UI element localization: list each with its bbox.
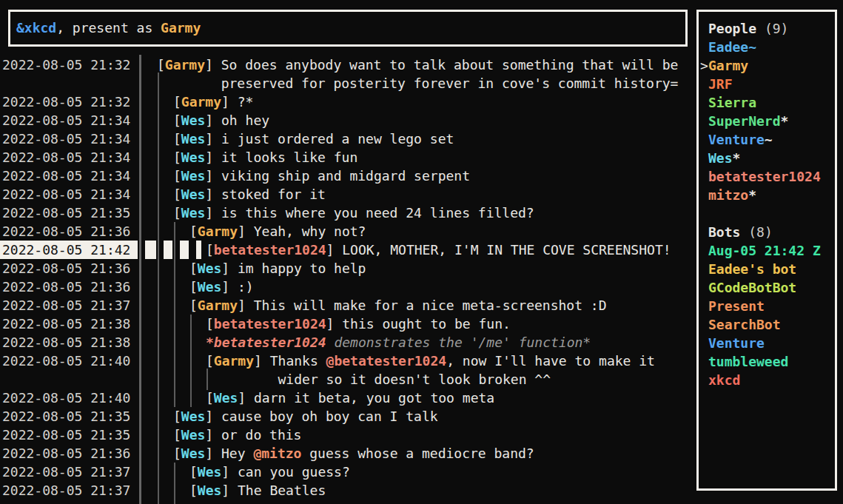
- message-text: [betatester1024] this ought to be fun.: [206, 315, 511, 333]
- message-text: wider so it doesn't look broken ^^: [206, 370, 551, 389]
- member-name: Eadee's bot: [708, 261, 796, 277]
- message-text: [Wes] darn it beta, you got too meta: [206, 389, 494, 407]
- bot-eadee-s-bot[interactable]: Eadee's bot: [699, 260, 835, 278]
- sidebar-section-gap: [699, 204, 835, 223]
- chat-message-row[interactable]: preserved for posterity forever in cove'…: [0, 74, 692, 93]
- chat-message-row[interactable]: 2022-08-05 21:38*betatester1024 demonstr…: [0, 333, 692, 352]
- chat-message-row[interactable]: 2022-08-05 21:35[Wes] or do this: [0, 426, 692, 444]
- person-betatester1024[interactable]: betatester1024: [699, 167, 835, 186]
- message-text: [Wes] The Beatles: [189, 481, 326, 500]
- bots-list: Aug-05 21:42 ZEadee's botGCodeBotBotPres…: [699, 241, 835, 389]
- person-garmy[interactable]: >Garmy: [699, 56, 835, 75]
- bot-tumbleweed[interactable]: tumbleweed: [699, 352, 835, 371]
- person-venture[interactable]: Venture~: [699, 130, 835, 149]
- message-timestamp: 2022-08-05 21:37: [2, 463, 130, 481]
- bot-xkcd[interactable]: xkcd: [699, 371, 835, 389]
- chat-message-row[interactable]: 2022-08-05 21:34[Wes] i just ordered a n…: [0, 130, 692, 148]
- message-timestamp: 2022-08-05 21:36: [2, 222, 130, 241]
- chat-message-row[interactable]: 2022-08-05 21:37[Wes] can you guess?: [0, 463, 692, 481]
- person-supernerd[interactable]: SuperNerd*: [699, 112, 835, 130]
- message-timestamp: 2022-08-05 21:37: [2, 481, 130, 500]
- person-wes[interactable]: Wes*: [699, 149, 835, 167]
- message-timestamp: 2022-08-05 21:34: [2, 167, 130, 185]
- message-text: [Garmy] ?*: [173, 93, 253, 111]
- chat-message-row[interactable]: 2022-08-05 21:35[Wes] cause boy oh boy c…: [0, 407, 692, 426]
- current-user-marker: >: [700, 56, 708, 75]
- chat-message-row[interactable]: 2022-08-05 21:35[Wes] is this where you …: [0, 204, 692, 222]
- bot-present[interactable]: Present: [699, 297, 835, 315]
- message-timestamp: 2022-08-05 21:32: [2, 93, 130, 111]
- message-timestamp: 2022-08-05 21:36: [2, 444, 130, 463]
- person-jrf[interactable]: JRF: [699, 75, 835, 93]
- person-sierra[interactable]: Sierra: [699, 93, 835, 112]
- bot-venture[interactable]: Venture: [699, 334, 835, 352]
- message-timestamp: 2022-08-05 21:35: [2, 204, 130, 222]
- chat-message-row[interactable]: 2022-08-05 21:32[Garmy] So does anybody …: [0, 56, 692, 74]
- member-name: GCodeBotBot: [708, 280, 796, 295]
- chat-message-row[interactable]: 2022-08-05 21:36[Wes] :): [0, 278, 692, 296]
- channel-name: &xkcd: [16, 20, 56, 36]
- chat-message-row[interactable]: 2022-08-05 21:34[Wes] stoked for it: [0, 185, 692, 204]
- chat-message-row[interactable]: 2022-08-05 21:34[Wes] oh hey: [0, 111, 692, 130]
- message-text: preserved for posterity forever in cove'…: [157, 74, 678, 93]
- chat-message-row[interactable]: 2022-08-05 21:36[Garmy] Yeah, why not?: [0, 222, 692, 241]
- member-name: Present: [708, 298, 765, 314]
- message-text: [Wes] i just ordered a new lego set: [173, 130, 454, 148]
- chat-message-row[interactable]: 2022-08-05 21:40[Garmy] Thanks @betatest…: [0, 352, 692, 370]
- message-timestamp: 2022-08-05 21:36: [2, 259, 130, 278]
- member-status-suffix: *: [733, 150, 741, 166]
- message-timestamp: 2022-08-05 21:36: [2, 278, 130, 296]
- member-name: xkcd: [708, 372, 740, 388]
- message-text: [Wes] cause boy oh boy can I talk: [173, 407, 438, 426]
- people-count: (9): [765, 21, 789, 36]
- member-name: SuperNerd: [708, 113, 781, 129]
- chat-message-row[interactable]: 2022-08-05 21:37[Wes] The Beatles: [0, 481, 692, 500]
- member-name: tumbleweed: [708, 354, 788, 369]
- message-timestamp: 2022-08-05 21:42: [2, 241, 130, 259]
- message-text: *betatester1024 demonstrates the '/me' f…: [206, 333, 591, 352]
- chat-message-row[interactable]: 2022-08-05 21:38[betatester1024] this ou…: [0, 315, 692, 333]
- message-timestamp: 2022-08-05 21:34: [2, 148, 130, 167]
- chat-log: 2022-08-05 21:32[Garmy] So does anybody …: [0, 56, 692, 500]
- chat-message-row[interactable]: 2022-08-05 21:34[Wes] it looks like fun: [0, 148, 692, 167]
- people-section-title: People (9): [699, 19, 835, 38]
- chat-message-row-selected[interactable]: 2022-08-05 21:42[betatester1024] LOOK, M…: [0, 241, 692, 259]
- message-timestamp: 2022-08-05 21:37: [2, 296, 130, 315]
- message-text: [Wes] stoked for it: [173, 185, 326, 204]
- bot-aug-05-21-42-z[interactable]: Aug-05 21:42 Z: [699, 241, 835, 260]
- chat-message-row[interactable]: wider so it doesn't look broken ^^: [0, 370, 692, 389]
- chat-message-row[interactable]: 2022-08-05 21:40[Wes] darn it beta, you …: [0, 389, 692, 407]
- message-text: [Wes] can you guess?: [189, 463, 350, 481]
- bot-gcodebotbot[interactable]: GCodeBotBot: [699, 278, 835, 297]
- member-name: betatester1024: [708, 169, 821, 184]
- chat-message-row[interactable]: 2022-08-05 21:37[Garmy] This will make f…: [0, 296, 692, 315]
- message-timestamp: 2022-08-05 21:40: [2, 389, 130, 407]
- member-status-suffix: ~: [748, 39, 756, 55]
- chat-message-row[interactable]: 2022-08-05 21:36[Wes] im happy to help: [0, 259, 692, 278]
- bots-section-title: Bots (8): [699, 223, 835, 241]
- message-timestamp: 2022-08-05 21:34: [2, 130, 130, 148]
- message-text: [Wes] or do this: [173, 426, 301, 444]
- message-text: [Garmy] Yeah, why not?: [189, 222, 366, 241]
- chat-message-row[interactable]: 2022-08-05 21:32[Garmy] ?*: [0, 93, 692, 111]
- member-name: Eadee: [708, 39, 748, 55]
- message-text: [Wes] is this where you need 24 lines fi…: [173, 204, 534, 222]
- message-text: [Wes] im happy to help: [189, 259, 366, 278]
- message-text: [Wes] Hey @mitzo guess whose a mediocre …: [173, 444, 534, 463]
- bot-searchbot[interactable]: SearchBot: [699, 315, 835, 334]
- member-name: Venture: [708, 132, 765, 147]
- message-text: [Wes] :): [189, 278, 254, 296]
- person-eadee[interactable]: Eadee~: [699, 38, 835, 56]
- member-status-suffix: ~: [765, 132, 773, 147]
- member-name: Aug-05 21:42 Z: [708, 243, 821, 258]
- chat-message-row[interactable]: 2022-08-05 21:34[Wes] viking ship and mi…: [0, 167, 692, 185]
- member-name: Wes: [708, 150, 733, 166]
- member-name: Garmy: [708, 58, 748, 73]
- member-status-suffix: *: [781, 113, 789, 129]
- channel-header: &xkcd, present as Garmy: [8, 10, 688, 47]
- message-timestamp: 2022-08-05 21:34: [2, 185, 130, 204]
- chat-message-row[interactable]: 2022-08-05 21:36[Wes] Hey @mitzo guess w…: [0, 444, 692, 463]
- person-mitzo[interactable]: mitzo*: [699, 186, 835, 204]
- message-timestamp: 2022-08-05 21:38: [2, 315, 130, 333]
- member-name: JRF: [708, 76, 733, 92]
